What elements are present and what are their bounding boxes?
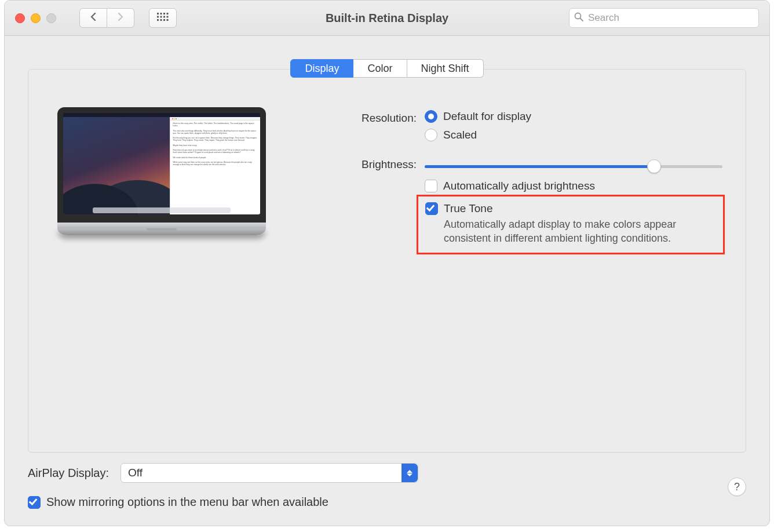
fullscreen-window-button <box>46 13 56 23</box>
svg-line-13 <box>580 19 583 21</box>
mirroring-row: Show mirroring options in the menu bar w… <box>28 495 746 509</box>
svg-rect-5 <box>160 16 162 18</box>
svg-rect-3 <box>167 13 169 14</box>
footer: AirPlay Display: Off Show mirroring opti… <box>5 453 769 509</box>
true-tone-checkbox[interactable] <box>425 202 438 215</box>
brightness-fill <box>425 165 654 168</box>
auto-brightness-checkbox[interactable] <box>425 180 437 192</box>
tab-bar: Display Color Night Shift <box>5 59 769 78</box>
svg-rect-1 <box>160 13 162 14</box>
airplay-select[interactable]: Off <box>121 463 418 483</box>
close-window-button[interactable] <box>15 13 25 23</box>
svg-rect-10 <box>163 19 165 21</box>
show-all-button[interactable] <box>149 8 177 28</box>
airplay-label: AirPlay Display: <box>28 467 109 480</box>
airplay-value: Off <box>128 467 143 479</box>
search-input[interactable] <box>587 12 754 24</box>
true-tone-description: Automatically adapt display to make colo… <box>444 217 716 246</box>
svg-rect-0 <box>157 13 159 14</box>
window-controls <box>15 13 56 23</box>
help-icon: ? <box>734 481 740 493</box>
svg-rect-9 <box>160 19 162 21</box>
resolution-default-label: Default for display <box>443 110 531 123</box>
resolution-label: Resolution: <box>318 110 425 125</box>
true-tone-highlight: True Tone Automatically adapt display to… <box>417 195 725 254</box>
brightness-slider[interactable] <box>425 160 722 172</box>
minimize-window-button[interactable] <box>31 13 41 23</box>
select-caret-icon <box>401 464 418 482</box>
grid-icon <box>157 13 169 23</box>
svg-rect-7 <box>167 16 169 18</box>
content-area: Display Color Night Shift <box>5 59 769 509</box>
tab-color[interactable]: Color <box>353 59 407 78</box>
svg-rect-2 <box>163 13 165 14</box>
brightness-row: Brightness: Automatically adjust brightn… <box>318 156 722 254</box>
brightness-knob[interactable] <box>647 159 661 173</box>
true-tone-label: True Tone <box>444 202 493 215</box>
resolution-default-radio[interactable] <box>425 110 437 123</box>
auto-brightness-label: Automatically adjust brightness <box>443 180 595 192</box>
tab-display[interactable]: Display <box>290 59 353 78</box>
forward-button[interactable] <box>107 8 134 28</box>
resolution-row: Resolution: Default for display Scaled <box>318 110 722 147</box>
macbook-illustration: Here's to the crazy ones. The misfits. T… <box>57 107 266 235</box>
resolution-scaled-radio[interactable] <box>425 129 437 141</box>
svg-rect-8 <box>157 19 159 21</box>
back-button[interactable] <box>79 8 107 28</box>
resolution-scaled-label: Scaled <box>443 129 477 141</box>
chevron-left-icon <box>90 13 96 23</box>
mirroring-label: Show mirroring options in the menu bar w… <box>46 495 328 509</box>
display-settings: Resolution: Default for display Scaled <box>306 93 746 264</box>
mirroring-checkbox[interactable] <box>28 496 41 509</box>
svg-rect-6 <box>163 16 165 18</box>
titlebar: Built-in Retina Display <box>5 1 769 36</box>
settings-panel: Here's to the crazy ones. The misfits. T… <box>28 69 746 453</box>
svg-rect-11 <box>167 19 169 21</box>
display-preview: Here's to the crazy ones. The misfits. T… <box>28 93 306 235</box>
nav-buttons <box>79 8 134 28</box>
tab-night-shift[interactable]: Night Shift <box>407 59 484 78</box>
chevron-right-icon <box>118 13 123 23</box>
airplay-row: AirPlay Display: Off <box>28 463 746 483</box>
svg-rect-4 <box>157 16 159 18</box>
help-button[interactable]: ? <box>728 478 746 496</box>
search-icon <box>574 12 583 24</box>
brightness-label: Brightness: <box>318 156 425 171</box>
system-preferences-window: Built-in Retina Display Display Color Ni… <box>4 0 770 526</box>
search-box[interactable] <box>569 8 759 28</box>
